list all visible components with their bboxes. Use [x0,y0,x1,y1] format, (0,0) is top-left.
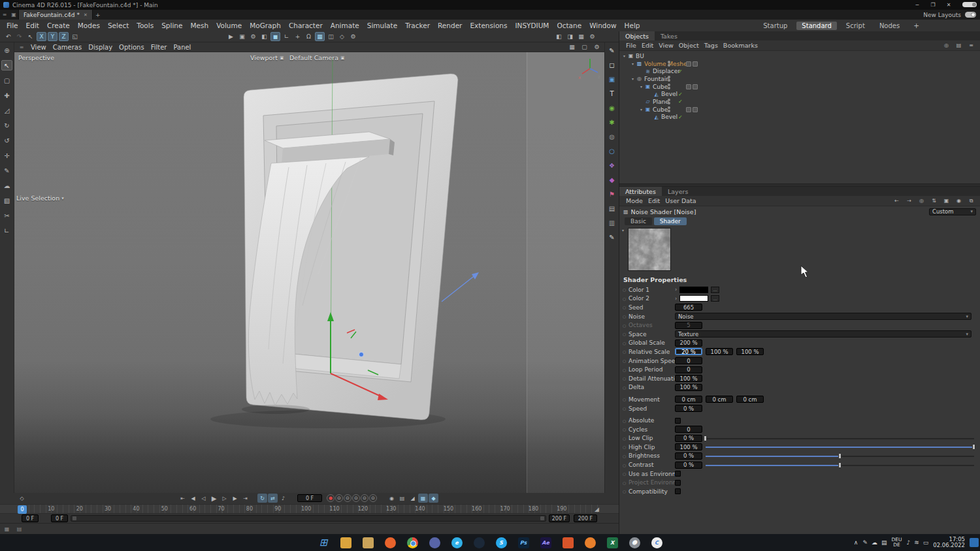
visibility-dots[interactable] [668,76,670,82]
slider[interactable] [706,435,974,442]
menu-item[interactable]: Simulate [363,21,401,30]
value-field[interactable]: 0 % [675,405,702,412]
layout-left-icon[interactable]: ◧ [554,32,564,41]
hud-viewport-button[interactable]: Viewport▣ [250,54,284,61]
interpolation-button[interactable]: ◆ [429,494,438,503]
menu-item[interactable]: Tools [133,21,157,30]
taskbar-discord[interactable] [427,535,443,551]
viewport-menu-item[interactable]: Cameras [50,44,85,51]
sculpt-tool-icon[interactable]: ☁ [1,180,12,191]
taskbar-skype[interactable]: S [493,535,510,551]
subtab-shader[interactable]: Shader [654,217,687,225]
rotate-tool-icon[interactable]: ↻ [1,120,12,131]
enabled-check-icon[interactable]: ✓ [678,114,683,120]
last-tool-icon[interactable]: ↺ [1,135,12,146]
om-menu-item[interactable]: Edit [639,42,656,49]
goto-start-button[interactable]: ⇤ [178,494,188,503]
spline-pen-icon[interactable]: ✎ [606,45,617,55]
om-menu-item[interactable]: View [656,42,676,49]
tool-settings-icon[interactable]: ⚙ [348,32,358,41]
object-row-bu[interactable]: ▾ ▣ BU ✓ [619,52,980,60]
visibility-dots[interactable] [668,99,670,104]
object-row-plane[interactable]: ▾ ▱ Plane ✓ [619,98,980,106]
scale-tool-icon[interactable]: ◿ [1,105,12,116]
render-view-icon[interactable]: ▶ [226,32,236,41]
taskbar-edge[interactable]: e [449,535,465,551]
mograph-cloner-icon[interactable]: ✱ [606,117,617,127]
object-row-bevel2[interactable]: ▾ ◭ Bevel ✓ [619,114,980,121]
current-frame-field[interactable]: 0 F [297,494,322,502]
rectangle-selection-tool-icon[interactable]: ▢ [1,75,12,86]
value-field[interactable]: 100 % [706,348,733,355]
record-position-button[interactable]: ⊙ [335,494,343,502]
color-picker-icon[interactable]: … [711,295,719,302]
record-parameter-button[interactable]: ⊙ [361,494,368,502]
snap-frame-button[interactable]: ▦ [418,494,428,503]
visibility-dots[interactable] [668,61,670,67]
redo-icon[interactable]: ↷ [14,32,24,41]
checkbox[interactable] [675,488,681,494]
view-label[interactable]: Perspective [18,54,54,61]
status-layers-icon[interactable]: ▤ [14,524,24,533]
menu-item[interactable]: Octane [553,21,585,30]
move-tool-icon[interactable]: ✚ [1,90,12,101]
slider-handle[interactable] [838,462,841,468]
animation-dot-icon[interactable]: ○ [623,445,629,449]
object-name[interactable]: BU [636,53,644,59]
viewport-layout-icon[interactable]: ▦ [576,32,586,41]
object-row-cube[interactable]: ▾ ▣ Cube ✓ [619,83,980,91]
keyframe-summary-icon[interactable]: ◇ [17,494,27,503]
animation-dot-icon[interactable]: ○ [623,471,629,476]
viewport-menu-icon[interactable]: ≡ [17,44,26,50]
next-frame-button[interactable]: ▷ [220,494,229,503]
animation-dot-icon[interactable]: ○ [623,489,629,494]
tab-objects[interactable]: Objects [619,31,655,40]
viewport-menu-item[interactable]: Panel [170,44,194,51]
animation-dot-icon[interactable]: ○ [623,368,629,372]
color-swatch[interactable] [679,295,708,302]
commander-icon[interactable]: ▥ [606,217,617,228]
at-find-icon[interactable]: ◎ [917,197,926,205]
animation-dot-icon[interactable]: ○ [623,341,629,345]
titlebar-toggle[interactable] [962,2,977,7]
viewport-menu-item[interactable]: View [27,44,50,51]
paint-tool-icon[interactable]: ▧ [1,195,12,206]
value-field[interactable]: 0 % [675,462,702,469]
sound-button[interactable]: ♪ [278,494,288,503]
scene-3d[interactable]: x z [14,52,604,493]
taskbar-aftereffects[interactable]: Ae [538,535,554,551]
live-selection-icon[interactable]: ↖ [25,32,35,41]
live-selection-tool-icon[interactable]: ↖ [1,60,12,71]
property-dropdown[interactable]: Noise▾ [675,313,972,320]
prev-key-button[interactable]: ◀ [188,494,198,503]
value-field[interactable]: 665 [675,304,702,311]
color-swatch[interactable] [679,287,708,293]
lock-y-button[interactable]: Y [48,32,57,41]
animation-dot-icon[interactable]: ○ [623,287,629,292]
vp-camera-icon[interactable]: ▢ [580,42,589,52]
range-current-field[interactable]: 0 F [22,514,39,522]
property-dropdown[interactable]: Texture▾ [675,330,972,338]
at-popout-icon[interactable]: ⧉ [966,197,976,205]
expander-icon[interactable]: ▾ [621,54,627,58]
value-field[interactable]: 0 % [675,435,702,442]
fcurve-button[interactable]: ◢ [408,494,417,503]
enabled-check-icon[interactable]: ✓ [678,69,683,74]
menu-item[interactable]: Character [285,21,327,30]
at-copy-icon[interactable]: ▣ [941,197,951,205]
subtab-basic[interactable]: Basic [625,217,652,225]
taskbar-firefox[interactable] [382,535,399,551]
animation-dot-icon[interactable]: ○ [623,427,629,432]
object-name[interactable]: Plane [653,99,669,105]
object-name[interactable]: Cube [653,106,668,113]
coordinate-system-icon[interactable]: ◱ [70,32,80,41]
om-find-icon[interactable]: ◎ [941,42,951,50]
animation-dot-icon[interactable]: ○ [623,406,629,411]
range-scrollbar[interactable] [71,515,546,522]
taskbar-excel[interactable]: X [604,535,621,551]
visibility-dots[interactable] [668,84,670,89]
color-picker-icon[interactable]: … [711,287,719,293]
slider[interactable] [706,443,974,450]
om-menu-item[interactable]: Object [676,42,702,49]
slider-handle[interactable] [972,444,975,450]
